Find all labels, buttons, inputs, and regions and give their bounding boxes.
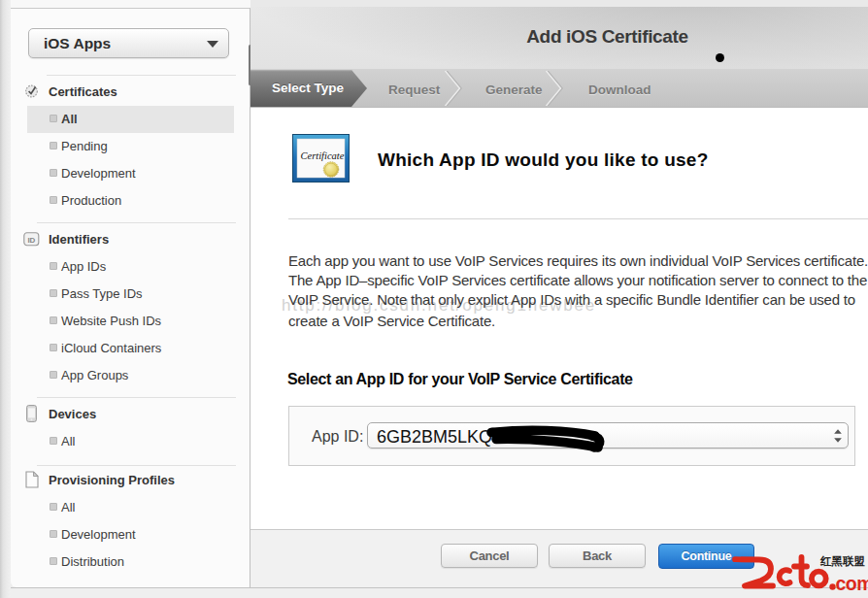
svg-text:红黑联盟: 红黑联盟	[819, 555, 866, 567]
svg-text:ID: ID	[27, 236, 35, 245]
svg-text:com: com	[836, 573, 868, 594]
svg-text:Certificate: Certificate	[301, 150, 345, 161]
